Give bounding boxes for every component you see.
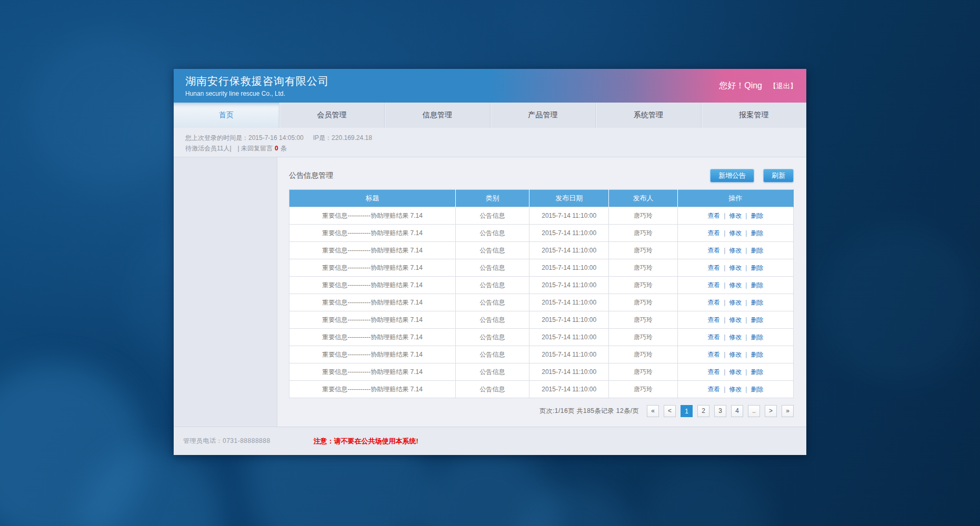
main-header: 公告信息管理 新增公告 刷新: [289, 169, 794, 183]
page-button-2[interactable]: 2: [697, 405, 709, 417]
pagination-buttons: «<1234..>»: [647, 405, 794, 417]
tab-reports[interactable]: 报案管理: [702, 103, 807, 128]
table-row: 重要信息-----------协助理赔结果 7.14 公告信息 2015-7-1…: [289, 242, 794, 259]
refresh-button[interactable]: 刷新: [763, 169, 794, 183]
delete-link[interactable]: 删除: [751, 333, 763, 341]
action-separator: |: [745, 386, 747, 393]
tab-members[interactable]: 会员管理: [279, 103, 385, 128]
action-separator: |: [745, 264, 747, 271]
delete-link[interactable]: 删除: [751, 386, 763, 393]
tab-home[interactable]: 首页: [174, 103, 279, 128]
member-status-line: 待激活会员11人|| 未回复留言0条: [185, 143, 795, 154]
edit-link[interactable]: 修改: [729, 386, 742, 393]
view-link[interactable]: 查看: [707, 316, 720, 323]
edit-link[interactable]: 修改: [729, 368, 742, 376]
delete-link[interactable]: 删除: [751, 351, 763, 358]
action-separator: |: [724, 351, 725, 358]
page-button-first[interactable]: «: [647, 405, 659, 417]
action-separator: |: [745, 212, 747, 219]
pagination: 页次:1/16页 共185条记录 12条/页 «<1234..>»: [289, 405, 794, 417]
view-link[interactable]: 查看: [707, 351, 720, 358]
delete-link[interactable]: 删除: [751, 281, 763, 289]
admin-phone: 管理员电话：0731-88888888: [183, 437, 271, 446]
page-button-last[interactable]: »: [782, 405, 794, 417]
edit-link[interactable]: 修改: [729, 316, 742, 323]
edit-link[interactable]: 修改: [729, 247, 742, 254]
page-button-next[interactable]: >: [765, 405, 777, 417]
pending-members-text: 待激活会员11人|: [185, 145, 232, 152]
cell-category: 公告信息: [456, 381, 529, 398]
edit-link[interactable]: 修改: [729, 212, 742, 219]
cell-date: 2015-7-14 11:10:00: [529, 363, 608, 381]
action-separator: |: [745, 299, 747, 306]
view-link[interactable]: 查看: [707, 368, 720, 376]
delete-link[interactable]: 删除: [751, 229, 763, 237]
action-separator: |: [724, 264, 725, 271]
delete-link[interactable]: 删除: [751, 299, 763, 306]
view-link[interactable]: 查看: [707, 212, 720, 219]
cell-publisher: 唐巧玲: [609, 363, 677, 381]
action-separator: |: [745, 316, 747, 323]
delete-link[interactable]: 删除: [751, 247, 763, 254]
view-link[interactable]: 查看: [707, 229, 720, 237]
bokeh-circle: [821, 226, 979, 384]
tab-info[interactable]: 信息管理: [385, 103, 491, 128]
view-link[interactable]: 查看: [707, 386, 720, 393]
last-login-label: 您上次登录的时间是：: [185, 134, 248, 141]
view-link[interactable]: 查看: [707, 264, 720, 271]
app-window: 湖南安行保救援咨询有限公司 Hunan security line rescue…: [174, 69, 806, 455]
user-greeting: 您好！Qing: [719, 80, 762, 92]
page-button-1[interactable]: 1: [681, 405, 693, 417]
cell-category: 公告信息: [456, 294, 529, 311]
cell-actions: 查看|修改|删除: [677, 329, 793, 346]
page-button-4[interactable]: 4: [731, 405, 743, 417]
page-button-ellipsis[interactable]: ..: [748, 405, 760, 417]
header-branding: 湖南安行保救援咨询有限公司 Hunan security line rescue…: [174, 69, 806, 97]
table-body: 重要信息-----------协助理赔结果 7.14 公告信息 2015-7-1…: [289, 207, 794, 398]
cell-title: 重要信息-----------协助理赔结果 7.14: [289, 225, 456, 242]
delete-link[interactable]: 删除: [751, 316, 763, 323]
table-row: 重要信息-----------协助理赔结果 7.14 公告信息 2015-7-1…: [289, 363, 794, 381]
cell-publisher: 唐巧玲: [609, 381, 677, 398]
cell-title: 重要信息-----------协助理赔结果 7.14: [289, 207, 456, 225]
unreplied-label: | 未回复留言: [238, 145, 273, 152]
tab-label: 信息管理: [423, 110, 452, 120]
cell-actions: 查看|修改|删除: [677, 207, 793, 225]
view-link[interactable]: 查看: [707, 247, 720, 254]
page-button-3[interactable]: 3: [714, 405, 726, 417]
tab-label: 产品管理: [528, 110, 557, 120]
cell-actions: 查看|修改|删除: [677, 259, 793, 277]
logout-button[interactable]: 【退出】: [769, 81, 797, 90]
view-link[interactable]: 查看: [707, 281, 720, 289]
cell-publisher: 唐巧玲: [609, 225, 677, 242]
table-row: 重要信息-----------协助理赔结果 7.14 公告信息 2015-7-1…: [289, 381, 794, 398]
tab-system[interactable]: 系统管理: [596, 103, 702, 128]
view-link[interactable]: 查看: [707, 333, 720, 341]
view-link[interactable]: 查看: [707, 299, 720, 306]
tab-label: 系统管理: [634, 110, 663, 120]
edit-link[interactable]: 修改: [729, 351, 742, 358]
cell-category: 公告信息: [456, 346, 529, 363]
table-row: 重要信息-----------协助理赔结果 7.14 公告信息 2015-7-1…: [289, 329, 794, 346]
edit-link[interactable]: 修改: [729, 281, 742, 289]
action-separator: |: [745, 333, 747, 341]
table-row: 重要信息-----------协助理赔结果 7.14 公告信息 2015-7-1…: [289, 346, 794, 363]
col-date: 发布日期: [529, 190, 608, 207]
delete-link[interactable]: 删除: [751, 264, 763, 271]
delete-link[interactable]: 删除: [751, 212, 763, 219]
cell-category: 公告信息: [456, 277, 529, 294]
delete-link[interactable]: 删除: [751, 368, 763, 376]
last-login-time: 2015-7-16 14:05:00: [248, 134, 304, 141]
edit-link[interactable]: 修改: [729, 299, 742, 306]
cell-actions: 查看|修改|删除: [677, 311, 793, 329]
edit-link[interactable]: 修改: [729, 333, 742, 341]
tab-label: 会员管理: [317, 110, 346, 120]
cell-date: 2015-7-14 11:10:00: [529, 207, 608, 225]
cell-publisher: 唐巧玲: [609, 242, 677, 259]
add-announcement-button[interactable]: 新增公告: [710, 169, 754, 183]
edit-link[interactable]: 修改: [729, 264, 742, 271]
cell-actions: 查看|修改|删除: [677, 363, 793, 381]
page-button-prev[interactable]: <: [664, 405, 676, 417]
tab-products[interactable]: 产品管理: [491, 103, 596, 128]
edit-link[interactable]: 修改: [729, 229, 742, 237]
